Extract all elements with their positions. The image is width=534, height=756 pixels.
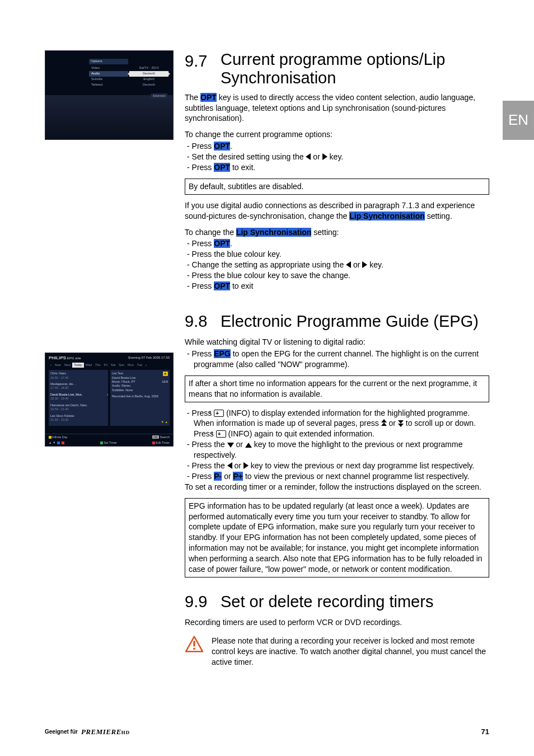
section-9-8: 9.8 Electronic Programme Guide (EPG) Whi… bbox=[185, 311, 489, 577]
heading-number: 9.7 bbox=[185, 50, 210, 88]
ss1-menu-item: Teletext bbox=[89, 82, 128, 88]
paragraph: To change the Lip Synchronisation settin… bbox=[185, 227, 489, 238]
double-up-icon bbox=[381, 420, 387, 427]
list-item: Press EPG to open the EPG for the curren… bbox=[187, 349, 489, 370]
right-arrow-icon bbox=[322, 153, 327, 160]
ss2-item-title: Madagascar, die... bbox=[50, 382, 106, 386]
paragraph: If you use digital audio connections as … bbox=[185, 200, 489, 222]
paragraph: To change the current programme options: bbox=[185, 129, 489, 140]
ss2-item-time: 19:50 - 21:40 bbox=[50, 407, 106, 411]
ss2-right-title: David Bowie Live bbox=[112, 376, 168, 380]
ss1-menu-item: Subtitle bbox=[89, 77, 128, 82]
note-box: If after a short time no information app… bbox=[185, 375, 489, 402]
up-arrow-icon bbox=[245, 443, 252, 448]
list-item: Press the blue colour key to save the ch… bbox=[187, 270, 489, 281]
ss2-tabs: ‹ Now Next Today Wed Thu Fri Sat Sun Mon… bbox=[49, 363, 170, 368]
svg-rect-1 bbox=[193, 641, 195, 646]
ss2-rating: 16/9 bbox=[162, 380, 168, 384]
ss2-ch: arte bbox=[75, 356, 81, 360]
ss2-tab-active: Today bbox=[72, 363, 84, 368]
ss2-item-title: Chris Yates bbox=[50, 372, 106, 375]
footer-left: Geeignet für PREMIEREHD bbox=[45, 727, 130, 737]
list-item: Press the or key to view the previous or… bbox=[187, 461, 489, 471]
list-item: Press OPT to exit. bbox=[187, 162, 489, 173]
heading-title: Set or delete recording timers bbox=[221, 591, 433, 613]
ss2-item-time: 21:50 - 23:20 bbox=[50, 418, 106, 422]
ss1-title: Options bbox=[89, 59, 128, 64]
ss2-epg: EPG bbox=[67, 356, 74, 360]
section-heading: 9.7 Current programme options/Lip Synchr… bbox=[185, 50, 489, 88]
ss2-item-title: Les Deux Falaise bbox=[50, 414, 106, 418]
paragraph: To set a recording timer or a reminder, … bbox=[185, 482, 489, 492]
ss2-tab: Mon bbox=[126, 363, 135, 368]
double-down-icon bbox=[398, 420, 404, 427]
ss2-tab: Thu bbox=[93, 363, 102, 368]
heading-number: 9.8 bbox=[185, 311, 210, 332]
left-arrow-icon bbox=[227, 462, 232, 469]
warning-icon bbox=[185, 636, 204, 655]
ss1-menu-item: Audio bbox=[89, 71, 128, 77]
list-item: Change the setting as appropriate using … bbox=[187, 260, 489, 270]
heading-title: Current programme options/Lip Synchronis… bbox=[221, 50, 489, 88]
ss2-right-tabs: List Text bbox=[112, 372, 123, 375]
ss2-tab: Fri bbox=[102, 363, 109, 368]
left-column: Options Video Audio Subtitle Teletext Sa… bbox=[45, 50, 174, 140]
list-item: Press the blue colour key. bbox=[187, 249, 489, 260]
footer-text: Geeignet für bbox=[45, 728, 78, 736]
list-item: Press OPT. bbox=[187, 141, 489, 152]
ss2-foot-label: Set Timer bbox=[104, 441, 117, 444]
page-number: 71 bbox=[481, 727, 489, 737]
ss2-tab: Now bbox=[53, 363, 63, 368]
section-9-7: 9.7 Current programme options/Lip Synchr… bbox=[185, 50, 489, 292]
left-arrow-icon bbox=[346, 261, 351, 268]
ss2-detail-pane: › List Text▲ David Bowie Live Music / Ro… bbox=[110, 370, 170, 426]
bullet-list: Press (INFO) to display extended informa… bbox=[185, 408, 489, 482]
list-item: Set the desired setting using the or key… bbox=[187, 152, 489, 162]
ss2-foot-label: Edit Timer bbox=[156, 441, 170, 444]
ss1-advanced: Advanced bbox=[151, 93, 167, 98]
ss2-right-sub: Audio: Stereo bbox=[112, 384, 168, 388]
paragraph: The OPT key is used to directly access t… bbox=[185, 92, 489, 124]
ss2-ok: OK bbox=[152, 435, 159, 439]
ss2-item-time: 18:30 - 19:40 bbox=[50, 397, 106, 401]
ss2-right-body: Recorded live in Berlin, Aug. 2003 bbox=[112, 395, 168, 398]
ss2-item-title: David Bowie Live, Mus. bbox=[50, 393, 106, 397]
paragraph: While watching digital TV or listening t… bbox=[185, 337, 489, 348]
ss1-value: Deutsch bbox=[129, 82, 168, 88]
paragraph: Recording timers are used to perform VCR… bbox=[185, 617, 489, 628]
right-arrow-icon bbox=[362, 261, 367, 268]
list-item: Press P- or P+ to view the previous or n… bbox=[187, 471, 489, 482]
list-item: Press OPT. bbox=[187, 238, 489, 249]
section-heading: 9.9 Set or delete recording timers bbox=[185, 591, 489, 613]
ss2-foot-label: Search bbox=[160, 435, 170, 439]
bullet-list: Press EPG to open the EPG for the curren… bbox=[185, 349, 489, 370]
ss2-item-time: 16:55 - 17:40 bbox=[50, 376, 106, 380]
page-footer: Geeignet für PREMIEREHD 71 bbox=[45, 727, 489, 737]
main-content: 9.7 Current programme options/Lip Synchr… bbox=[185, 50, 489, 673]
ss2-brand: PHILIPS bbox=[49, 355, 66, 360]
down-arrow-icon bbox=[227, 443, 234, 448]
ss2-tab: Sat bbox=[109, 363, 117, 368]
footer-brand: PREMIERE bbox=[81, 727, 121, 736]
ss2-footer: Infinite Day OK Search ▲ ▼ Set Timer Edi… bbox=[45, 434, 173, 446]
warning-row: Please note that during a recording your… bbox=[185, 636, 489, 673]
bullet-list: Press OPT. Set the desired setting using… bbox=[185, 141, 489, 173]
footer-hd: HD bbox=[121, 730, 130, 735]
info-icon bbox=[214, 410, 224, 417]
ss2-programme-list: Chris Yates16:55 - 17:40 Madagascar, die… bbox=[49, 370, 108, 426]
ss2-tab: Sun bbox=[117, 363, 126, 368]
ss2-right-sub: Music / Rock, PT bbox=[112, 380, 135, 384]
ss1-value: English bbox=[129, 77, 168, 82]
ss2-tab: Next bbox=[63, 363, 72, 368]
list-item: Press (INFO) to display extended informa… bbox=[187, 408, 489, 440]
ss2-right-sub: Subtitles: None bbox=[112, 388, 168, 392]
right-arrow-icon bbox=[243, 462, 249, 469]
options-screenshot: Options Video Audio Subtitle Teletext Sa… bbox=[45, 50, 174, 140]
ss1-menu-item: Video bbox=[89, 65, 128, 71]
note-box: EPG information has to be updated regula… bbox=[185, 498, 489, 577]
epg-screenshot: PHILIPS EPG arte Evening 07 Feb 2005 17:… bbox=[45, 353, 174, 447]
list-item: Press the or key to move the highlight t… bbox=[187, 439, 489, 461]
bullet-list: Press OPT. Press the blue colour key. Ch… bbox=[185, 238, 489, 291]
ss2-tab: Tue bbox=[135, 363, 144, 368]
list-item: Press OPT to exit bbox=[187, 281, 489, 292]
